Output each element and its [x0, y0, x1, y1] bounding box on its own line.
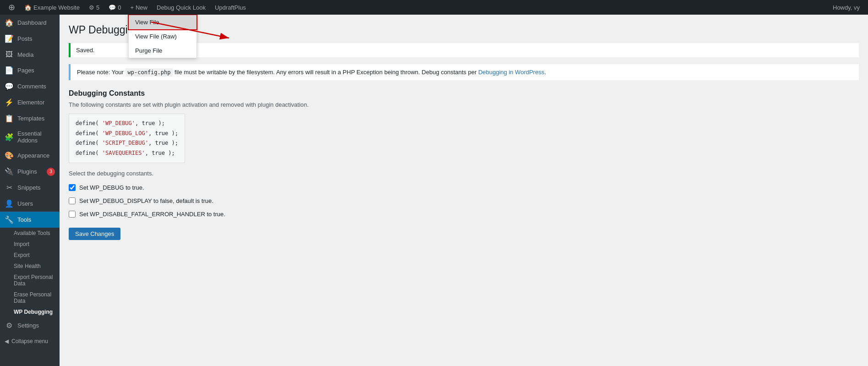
- sidebar-item-label: Snippets: [17, 184, 41, 191]
- submenu-available-tools[interactable]: Available Tools: [0, 228, 60, 239]
- updates-item[interactable]: ⚙ 5: [84, 0, 104, 15]
- sidebar-item-label: Appearance: [17, 152, 49, 159]
- wp-logo-item[interactable]: ⊕: [4, 0, 20, 15]
- tools-icon: 🔧: [5, 215, 14, 224]
- sidebar-item-label: Users: [17, 200, 33, 207]
- code-line-4: define( 'SAVEQUERIES', true );: [76, 148, 178, 158]
- sidebar-item-label: Tools: [17, 216, 31, 223]
- sidebar-item-plugins[interactable]: 🔌 Plugins 3: [0, 164, 60, 180]
- sidebar-item-tools[interactable]: 🔧 Tools: [0, 212, 60, 228]
- info-suffix: file must be writable by the filesystem.…: [173, 69, 478, 76]
- purge-file-item[interactable]: Purge File: [129, 44, 197, 58]
- elementor-icon: ⚡: [5, 98, 14, 107]
- howdy-label: Howdy, vy: [833, 4, 860, 11]
- sidebar-item-label: Elementor: [17, 99, 44, 106]
- sidebar-item-pages[interactable]: 📄 Pages: [0, 62, 60, 78]
- pages-icon: 📄: [5, 66, 14, 75]
- debug-label: Debug Quick Look: [157, 4, 206, 11]
- sidebar-item-label: Plugins: [17, 168, 37, 175]
- submenu-wp-debugging[interactable]: WP Debugging: [0, 306, 60, 317]
- wp-logo-icon: ⊕: [8, 2, 15, 12]
- updraft-item[interactable]: UpdraftPlus: [210, 0, 251, 15]
- submenu-import[interactable]: Import: [0, 239, 60, 250]
- sidebar-item-label: Settings: [17, 322, 39, 329]
- comments-icon: 💬: [109, 4, 116, 11]
- sidebar-item-comments[interactable]: 💬 Comments: [0, 78, 60, 94]
- snippets-icon: ✂: [5, 183, 14, 192]
- updates-count: 5: [96, 4, 99, 11]
- comments-count: 0: [118, 4, 121, 11]
- site-name-item[interactable]: 🏠 Example Website: [20, 0, 84, 15]
- sidebar-item-elementor[interactable]: ⚡ Elementor: [0, 94, 60, 110]
- updraft-label: UpdraftPlus: [215, 4, 246, 11]
- sidebar-item-label: Templates: [17, 115, 44, 122]
- collapse-arrow-icon: ◀: [5, 338, 9, 344]
- wp-debug-label: Set WP_DEBUG to true.: [79, 184, 144, 191]
- home-icon: 🏠: [24, 4, 32, 11]
- site-name: Example Website: [33, 4, 80, 11]
- sidebar-item-label: Media: [17, 51, 33, 58]
- submenu-export-personal-data[interactable]: Export Personal Data: [0, 272, 60, 289]
- save-changes-button[interactable]: Save Changes: [69, 228, 120, 240]
- wp-debug-display-label: Set WP_DEBUG_DISPLAY to false, default i…: [79, 197, 213, 204]
- appearance-icon: 🎨: [5, 151, 14, 160]
- plugins-icon: 🔌: [5, 167, 14, 176]
- wp-config-code: wp-config.php: [126, 68, 173, 76]
- new-item[interactable]: + New: [126, 0, 152, 15]
- debugging-constants-title: Debugging Constants: [69, 89, 859, 98]
- sidebar-item-label: Dashboard: [17, 19, 47, 26]
- debug-dropdown-menu: View File View File (Raw) Purge File: [128, 15, 197, 58]
- select-label: Select the debugging constants.: [69, 170, 859, 177]
- code-line-1: define( 'WP_DEBUG', true );: [76, 119, 178, 129]
- wp-debug-display-row: Set WP_DEBUG_DISPLAY to false, default i…: [69, 197, 859, 204]
- info-notice: Please note: Your wp-config.php file mus…: [69, 64, 859, 80]
- sidebar-item-dashboard[interactable]: 🏠 Dashboard: [0, 15, 60, 31]
- debug-quick-look-item[interactable]: Debug Quick Look: [152, 0, 210, 15]
- info-link-suffix: .: [544, 69, 546, 76]
- essential-addons-icon: 🧩: [5, 133, 14, 142]
- admin-bar: ⊕ 🏠 Example Website ⚙ 5 💬 0 + New Debug …: [0, 0, 868, 15]
- submenu-export[interactable]: Export: [0, 250, 60, 261]
- view-file-item[interactable]: View File: [129, 15, 197, 29]
- wp-debug-row: Set WP_DEBUG to true.: [69, 184, 859, 191]
- sidebar-item-label: Essential Addons: [17, 130, 55, 144]
- sidebar: 🏠 Dashboard 📝 Posts 🖼 Media 📄 Pages 💬 Co…: [0, 15, 60, 366]
- plugins-badge: 3: [47, 168, 55, 176]
- sidebar-item-label: Comments: [17, 83, 46, 90]
- collapse-menu-button[interactable]: ◀ Collapse menu: [0, 333, 60, 349]
- media-icon: 🖼: [5, 50, 14, 59]
- main-content: WP Debugging Saved. Please note: Your wp…: [60, 15, 868, 366]
- comments-item[interactable]: 💬 0: [104, 0, 126, 15]
- sidebar-item-users[interactable]: 👤 Users: [0, 196, 60, 212]
- wp-debug-checkbox[interactable]: [69, 184, 76, 191]
- wp-disable-fatal-row: Set WP_DISABLE_FATAL_ERROR_HANDLER to tr…: [69, 211, 859, 218]
- sidebar-item-label: Pages: [17, 67, 34, 74]
- saved-text: Saved.: [76, 47, 94, 54]
- sidebar-item-snippets[interactable]: ✂ Snippets: [0, 180, 60, 196]
- info-prefix: Please note: Your: [77, 69, 126, 76]
- templates-icon: 📋: [5, 114, 14, 123]
- view-file-raw-item[interactable]: View File (Raw): [129, 29, 197, 44]
- dashboard-icon: 🏠: [5, 18, 14, 27]
- submenu-site-health[interactable]: Site Health: [0, 261, 60, 272]
- updates-icon: ⚙: [89, 4, 94, 11]
- wp-disable-fatal-label: Set WP_DISABLE_FATAL_ERROR_HANDLER to tr…: [79, 211, 225, 218]
- plus-icon: +: [130, 4, 134, 11]
- sidebar-item-essential-addons[interactable]: 🧩 Essential Addons: [0, 126, 60, 147]
- sidebar-item-templates[interactable]: 📋 Templates: [0, 110, 60, 126]
- settings-icon: ⚙: [5, 321, 14, 330]
- wp-disable-fatal-checkbox[interactable]: [69, 211, 76, 218]
- comments-icon: 💬: [5, 82, 14, 91]
- wp-debug-display-checkbox[interactable]: [69, 197, 76, 204]
- sidebar-item-label: Posts: [17, 35, 33, 42]
- users-icon: 👤: [5, 199, 14, 208]
- sidebar-item-posts[interactable]: 📝 Posts: [0, 31, 60, 47]
- code-line-2: define( 'WP_DEBUG_LOG', true );: [76, 129, 178, 139]
- submenu-erase-personal-data[interactable]: Erase Personal Data: [0, 289, 60, 306]
- collapse-menu-label: Collapse menu: [11, 338, 48, 344]
- sidebar-item-settings[interactable]: ⚙ Settings: [0, 317, 60, 333]
- sidebar-item-media[interactable]: 🖼 Media: [0, 47, 60, 62]
- sidebar-item-appearance[interactable]: 🎨 Appearance: [0, 147, 60, 164]
- posts-icon: 📝: [5, 34, 14, 43]
- debugging-in-wordpress-link[interactable]: Debugging in WordPress: [478, 69, 544, 76]
